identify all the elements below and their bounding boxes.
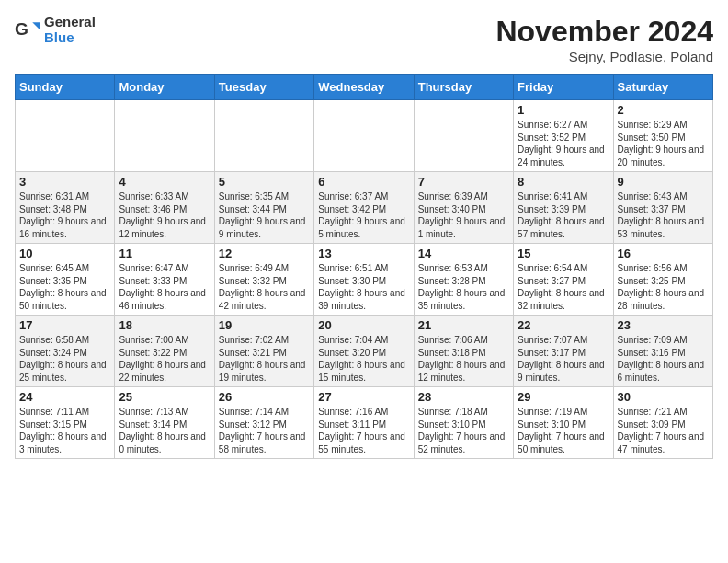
calendar-cell: 9Sunrise: 6:43 AM Sunset: 3:37 PM Daylig… [613,172,712,244]
day-detail: Sunrise: 6:35 AM Sunset: 3:44 PM Dayligh… [219,190,310,240]
day-number: 24 [19,390,110,404]
day-number: 4 [119,175,210,189]
calendar-header-row: SundayMondayTuesdayWednesdayThursdayFrid… [16,75,713,100]
day-number: 17 [19,318,110,332]
calendar-cell: 13Sunrise: 6:51 AM Sunset: 3:30 PM Dayli… [314,244,414,316]
svg-marker-1 [32,22,40,30]
day-number: 7 [418,175,509,189]
calendar-cell: 6Sunrise: 6:37 AM Sunset: 3:42 PM Daylig… [314,172,414,244]
calendar-week-row: 1Sunrise: 6:27 AM Sunset: 3:52 PM Daylig… [16,100,713,172]
day-detail: Sunrise: 7:19 AM Sunset: 3:10 PM Dayligh… [518,406,609,455]
page-subtitle: Sejny, Podlasie, Poland [495,49,713,64]
calendar-cell: 8Sunrise: 6:41 AM Sunset: 3:39 PM Daylig… [514,172,613,244]
calendar-cell: 18Sunrise: 7:00 AM Sunset: 3:22 PM Dayli… [115,316,214,387]
day-number: 28 [418,390,509,404]
day-number: 23 [618,318,709,332]
calendar-cell: 20Sunrise: 7:04 AM Sunset: 3:20 PM Dayli… [314,316,414,387]
calendar-cell: 7Sunrise: 6:39 AM Sunset: 3:40 PM Daylig… [414,172,513,244]
calendar-cell: 24Sunrise: 7:11 AM Sunset: 3:15 PM Dayli… [16,387,115,459]
calendar-cell: 17Sunrise: 6:58 AM Sunset: 3:24 PM Dayli… [16,316,115,387]
day-detail: Sunrise: 7:06 AM Sunset: 3:18 PM Dayligh… [418,334,509,384]
day-number: 13 [318,247,409,260]
day-detail: Sunrise: 7:14 AM Sunset: 3:12 PM Dayligh… [219,406,310,455]
day-detail: Sunrise: 6:39 AM Sunset: 3:40 PM Dayligh… [418,190,509,240]
day-number: 1 [518,103,609,117]
day-detail: Sunrise: 7:02 AM Sunset: 3:21 PM Dayligh… [219,334,310,384]
calendar-cell: 1Sunrise: 6:27 AM Sunset: 3:52 PM Daylig… [514,100,613,172]
day-number: 22 [518,318,609,332]
day-detail: Sunrise: 7:09 AM Sunset: 3:16 PM Dayligh… [618,334,709,384]
calendar-cell [214,100,313,172]
day-detail: Sunrise: 6:41 AM Sunset: 3:39 PM Dayligh… [518,190,609,240]
logo-line2: Blue [44,30,96,46]
day-number: 18 [119,318,210,332]
title-block: November 2024 Sejny, Podlasie, Poland [495,15,713,64]
svg-text:G: G [15,19,28,39]
day-number: 30 [618,390,709,404]
calendar-table: SundayMondayTuesdayWednesdayThursdayFrid… [15,74,713,459]
calendar-week-row: 3Sunrise: 6:31 AM Sunset: 3:48 PM Daylig… [16,172,713,244]
page-header: G General Blue November 2024 Sejny, Podl… [15,15,713,64]
day-number: 25 [119,390,210,404]
calendar-cell [314,100,414,172]
day-detail: Sunrise: 6:53 AM Sunset: 3:28 PM Dayligh… [418,262,509,312]
weekday-header: Saturday [613,75,712,100]
day-number: 2 [618,103,709,117]
day-number: 19 [219,318,310,332]
weekday-header: Thursday [414,75,513,100]
day-detail: Sunrise: 6:43 AM Sunset: 3:37 PM Dayligh… [618,190,709,240]
calendar-cell: 21Sunrise: 7:06 AM Sunset: 3:18 PM Dayli… [414,316,513,387]
calendar-cell: 29Sunrise: 7:19 AM Sunset: 3:10 PM Dayli… [514,387,613,459]
day-number: 16 [618,247,709,260]
weekday-header: Sunday [16,75,115,100]
day-detail: Sunrise: 6:58 AM Sunset: 3:24 PM Dayligh… [19,334,110,384]
weekday-header: Monday [115,75,214,100]
day-number: 10 [19,247,110,260]
day-detail: Sunrise: 6:45 AM Sunset: 3:35 PM Dayligh… [19,262,110,312]
day-number: 11 [119,247,210,260]
logo-icon: G [15,17,40,43]
day-detail: Sunrise: 6:37 AM Sunset: 3:42 PM Dayligh… [318,190,409,240]
calendar-cell: 5Sunrise: 6:35 AM Sunset: 3:44 PM Daylig… [214,172,313,244]
day-number: 21 [418,318,509,332]
day-detail: Sunrise: 7:11 AM Sunset: 3:15 PM Dayligh… [19,406,110,455]
day-number: 20 [318,318,409,332]
day-detail: Sunrise: 7:13 AM Sunset: 3:14 PM Dayligh… [119,406,210,455]
calendar-cell: 2Sunrise: 6:29 AM Sunset: 3:50 PM Daylig… [613,100,712,172]
page-title: November 2024 [495,15,713,49]
day-detail: Sunrise: 7:04 AM Sunset: 3:20 PM Dayligh… [318,334,409,384]
day-number: 29 [518,390,609,404]
day-number: 15 [518,247,609,260]
day-number: 3 [19,175,110,189]
calendar-cell [414,100,513,172]
day-number: 6 [318,175,409,189]
calendar-week-row: 17Sunrise: 6:58 AM Sunset: 3:24 PM Dayli… [16,316,713,387]
calendar-cell: 27Sunrise: 7:16 AM Sunset: 3:11 PM Dayli… [314,387,414,459]
calendar-cell: 4Sunrise: 6:33 AM Sunset: 3:46 PM Daylig… [115,172,214,244]
calendar-cell: 25Sunrise: 7:13 AM Sunset: 3:14 PM Dayli… [115,387,214,459]
logo-text: General Blue [44,15,96,45]
day-detail: Sunrise: 6:31 AM Sunset: 3:48 PM Dayligh… [19,190,110,240]
calendar-cell [115,100,214,172]
weekday-header: Wednesday [314,75,414,100]
calendar-cell: 11Sunrise: 6:47 AM Sunset: 3:33 PM Dayli… [115,244,214,316]
day-detail: Sunrise: 6:54 AM Sunset: 3:27 PM Dayligh… [518,262,609,312]
day-detail: Sunrise: 7:18 AM Sunset: 3:10 PM Dayligh… [418,406,509,455]
calendar-week-row: 10Sunrise: 6:45 AM Sunset: 3:35 PM Dayli… [16,244,713,316]
day-detail: Sunrise: 6:27 AM Sunset: 3:52 PM Dayligh… [518,119,609,168]
day-detail: Sunrise: 6:47 AM Sunset: 3:33 PM Dayligh… [119,262,210,312]
weekday-header: Tuesday [214,75,313,100]
day-detail: Sunrise: 6:29 AM Sunset: 3:50 PM Dayligh… [618,119,709,168]
day-detail: Sunrise: 6:56 AM Sunset: 3:25 PM Dayligh… [618,262,709,312]
weekday-header: Friday [514,75,613,100]
calendar-cell: 14Sunrise: 6:53 AM Sunset: 3:28 PM Dayli… [414,244,513,316]
day-detail: Sunrise: 7:21 AM Sunset: 3:09 PM Dayligh… [618,406,709,455]
calendar-cell: 10Sunrise: 6:45 AM Sunset: 3:35 PM Dayli… [16,244,115,316]
day-detail: Sunrise: 6:49 AM Sunset: 3:32 PM Dayligh… [219,262,310,312]
day-number: 26 [219,390,310,404]
calendar-cell: 22Sunrise: 7:07 AM Sunset: 3:17 PM Dayli… [514,316,613,387]
day-number: 9 [618,175,709,189]
calendar-cell: 16Sunrise: 6:56 AM Sunset: 3:25 PM Dayli… [613,244,712,316]
calendar-cell: 15Sunrise: 6:54 AM Sunset: 3:27 PM Dayli… [514,244,613,316]
day-number: 27 [318,390,409,404]
